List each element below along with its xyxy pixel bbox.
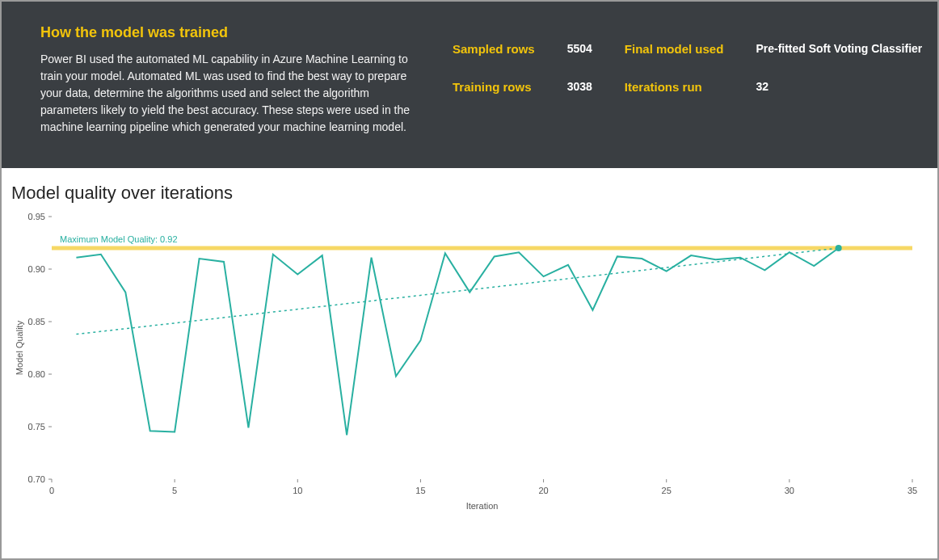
y-tick-label: 0.70	[28, 474, 45, 484]
metrics-grid: Sampled rows 5504 Final model used Pre-f…	[453, 24, 922, 136]
x-tick-label: 5	[172, 486, 177, 495]
x-axis-title: Iteration	[466, 501, 499, 511]
final-model-label: Final model used	[625, 42, 724, 56]
y-axis-title: Model Quality	[15, 320, 24, 375]
iterations-run-value: 32	[756, 80, 922, 94]
x-tick-label: 0	[49, 486, 54, 495]
training-rows-value: 3038	[567, 80, 592, 94]
chart-section: Model quality over iterations 0.700.750.…	[2, 168, 937, 558]
header-title: How the model was trained	[40, 24, 428, 41]
x-tick-label: 35	[907, 486, 917, 495]
y-tick-label: 0.90	[28, 264, 45, 274]
page-root: How the model was trained Power BI used …	[0, 0, 939, 560]
header-text-block: How the model was trained Power BI used …	[40, 24, 428, 136]
final-model-value: Pre-fitted Soft Voting Classifier	[756, 42, 922, 56]
y-tick-label: 0.95	[28, 212, 45, 221]
y-tick-label: 0.80	[28, 369, 45, 379]
max-quality-annotation: Maximum Model Quality: 0.92	[60, 234, 178, 244]
training-rows-label: Training rows	[453, 80, 535, 94]
y-tick-label: 0.85	[28, 317, 45, 326]
sampled-rows-value: 5504	[567, 42, 592, 56]
x-tick-label: 15	[415, 486, 425, 495]
chart-canvas: 0.700.750.800.850.900.9505101520253035Ma…	[11, 208, 928, 542]
chart-svg: 0.700.750.800.850.900.9505101520253035Ma…	[11, 208, 924, 516]
header-description: Power BI used the automated ML capabilit…	[40, 51, 428, 136]
x-tick-label: 20	[538, 486, 548, 495]
y-tick-label: 0.75	[28, 422, 45, 432]
x-tick-label: 30	[785, 486, 794, 495]
sampled-rows-label: Sampled rows	[453, 42, 535, 56]
x-tick-label: 10	[293, 486, 302, 495]
iterations-run-label: Iterations run	[625, 80, 724, 94]
chart-title: Model quality over iterations	[11, 183, 928, 204]
final-iteration-point	[836, 245, 842, 251]
model-quality-line	[76, 248, 838, 435]
training-header: How the model was trained Power BI used …	[2, 2, 937, 168]
x-tick-label: 25	[662, 486, 672, 495]
